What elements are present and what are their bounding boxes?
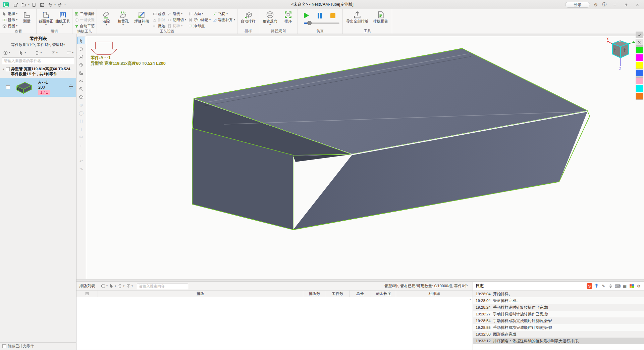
section-fix-button[interactable]: 截面修正▾	[38, 10, 54, 26]
start-point-button[interactable]: 起点	[152, 11, 166, 17]
new-window-button[interactable]	[12, 1, 19, 8]
nest-add-button[interactable]: ▾	[101, 283, 108, 289]
confirm-button[interactable]	[636, 32, 643, 38]
hide-finished-row[interactable]: 隐藏已排完零件	[0, 342, 76, 350]
export-all-nest-button[interactable]: 导出全部排版	[344, 10, 370, 24]
sim-slider-knob[interactable]	[307, 21, 312, 25]
pan-tool-button[interactable]	[77, 45, 85, 52]
sort-parts-button[interactable]: ▾	[66, 50, 73, 55]
login-button[interactable]: 登录	[565, 2, 590, 8]
select-button[interactable]: 选择▾	[2, 11, 18, 17]
display-button[interactable]: 显示▾	[2, 17, 18, 23]
nest-select-button[interactable]: ▾	[109, 283, 116, 289]
edit-2d-button[interactable]: 二维编辑	[74, 11, 95, 17]
part-3d-model[interactable]	[86, 36, 644, 279]
nest-move-top-button[interactable]: ▾	[126, 283, 133, 289]
micro-joint-button[interactable]: 微连	[152, 23, 166, 29]
tube-reverse-button[interactable]: 整管反向▾	[261, 10, 279, 26]
cooling-point-button[interactable]: 冷却点	[187, 23, 211, 29]
undo-caret-icon[interactable]: ▾	[54, 3, 56, 6]
sim-speed-slider[interactable]	[304, 23, 339, 24]
fly-cut-button[interactable]: 飞切▾	[212, 11, 236, 17]
sim-play-button[interactable]	[304, 12, 309, 18]
log-entry[interactable]: 19:28:04管材排样完成。	[473, 297, 644, 304]
color-swatch-orange[interactable]	[636, 93, 643, 100]
mic-icon[interactable]	[608, 283, 613, 289]
add-part-button[interactable]: ▾	[3, 50, 10, 55]
handwrite-icon[interactable]: ✎	[601, 283, 606, 289]
open-file-caret-icon[interactable]: ▾	[28, 3, 30, 6]
color-swatch-blue[interactable]	[636, 70, 643, 77]
select-tool-button[interactable]	[77, 37, 85, 44]
panel-icon[interactable]: ▦	[622, 283, 628, 289]
chinese-mode-icon[interactable]: 中	[594, 283, 599, 289]
part-list-item[interactable]: A - -1 200 1 / 1	[0, 78, 76, 97]
app-logo-icon[interactable]	[3, 2, 9, 7]
keyboard-icon[interactable]: ⌨	[615, 283, 621, 289]
log-entry[interactable]: 19:28:55手动排样成功完成顺时针旋转操作!	[473, 324, 644, 331]
sim-pause-button[interactable]	[318, 13, 322, 18]
log-entry[interactable]: 19:32:30图形保存完成	[473, 331, 644, 338]
view-cube[interactable]: X Z	[604, 36, 638, 71]
move-top-button[interactable]: ▾	[51, 50, 58, 55]
view-menu-button[interactable]: 视图▾	[2, 23, 18, 29]
lead-line-button[interactable]: 引线▾	[167, 11, 187, 17]
sogou-icon[interactable]: S	[587, 283, 592, 289]
zoom-extents-button[interactable]	[77, 61, 85, 69]
clear-button[interactable]: 清除▾	[98, 10, 114, 26]
parts-search-input[interactable]	[2, 57, 74, 64]
save-button[interactable]	[38, 1, 46, 8]
nest-table-body[interactable]: ▲	[76, 297, 473, 350]
settings-gear-icon[interactable]: ⚙	[593, 2, 599, 7]
close-button[interactable]	[633, 1, 642, 8]
part-checkbox[interactable]	[6, 85, 10, 89]
minimize-button[interactable]	[610, 1, 619, 8]
direction-button[interactable]: 方向▾	[187, 11, 211, 17]
weld-compensation-button[interactable]: 焊缝补偿▾	[132, 10, 151, 26]
color-swatch-yellow[interactable]	[636, 62, 643, 69]
measure-tool-button[interactable]	[77, 69, 85, 77]
log-entry[interactable]: 19:28:04开始排样。	[473, 291, 644, 297]
undo-button[interactable]	[46, 1, 54, 8]
group-checkbox[interactable]	[6, 67, 10, 71]
log-entry[interactable]: 19:28:24手动排样逆时针旋转操作已完成!	[473, 304, 644, 311]
measure-button[interactable]: 测量	[19, 10, 35, 24]
color-swatch-pink[interactable]	[636, 77, 643, 84]
select-all-cell[interactable]	[76, 291, 98, 297]
sim-stop-button[interactable]	[330, 13, 335, 18]
nest-report-button[interactable]: 排版报告	[371, 10, 390, 24]
delete-part-button[interactable]: ▾	[35, 50, 42, 55]
color-swatch-magenta[interactable]	[636, 54, 643, 61]
viewport-canvas[interactable]: 零件:A - -1 异型管 宽度119.81x高度60 T0.524 L200	[86, 36, 644, 279]
log-entry[interactable]: 19:28:27手动排样逆时针旋转操作已完成!	[473, 311, 644, 317]
expander-icon[interactable]: ▸	[2, 68, 5, 71]
nest-search-input[interactable]	[137, 283, 188, 289]
zoom-in-tool-button[interactable]	[77, 85, 85, 93]
view-3d-button[interactable]	[77, 93, 85, 101]
tube-view-button[interactable]	[77, 77, 85, 85]
select-part-button[interactable]: ▾	[19, 50, 26, 55]
ime-settings-icon[interactable]: ⚙	[636, 283, 642, 289]
move-part-icon[interactable]	[68, 84, 73, 90]
log-entry[interactable]: 19:28:54手动排样成功完成顺时针旋转操作!	[473, 317, 644, 324]
center-mark-button[interactable]: 寻中标记▾	[187, 17, 211, 23]
skin-grid-icon[interactable]	[629, 283, 635, 289]
restore-button[interactable]	[622, 1, 630, 8]
curve-tools-button[interactable]: 曲线工具▾	[55, 10, 71, 26]
scroll-up-icon[interactable]: ▲	[469, 298, 472, 301]
color-swatch-green[interactable]	[636, 46, 643, 53]
sort-button[interactable]: 排序	[280, 10, 296, 24]
part-group-node[interactable]: ▸ 异型管 宽度119.81x高度60 T0.524 零件数量1/1个，共1种零…	[0, 65, 76, 78]
auto-process-button[interactable]: 自动工艺	[74, 23, 95, 29]
pierce-hole-button[interactable]: 相贯孔▾	[115, 10, 131, 26]
yin-yang-cut-button[interactable]: 阴阳切▾	[167, 17, 187, 23]
info-icon[interactable]: ⓘ	[601, 2, 607, 8]
new-file-button[interactable]	[30, 1, 38, 8]
log-entry-selected[interactable]: 19:33:12排序策略：依据送料轴的值从最小到最大进行排序。	[473, 338, 644, 344]
open-file-button[interactable]	[20, 1, 28, 8]
auto-nest-button[interactable]: 自动排样	[239, 10, 258, 24]
cancel-button[interactable]	[636, 39, 643, 46]
horizontal-splitter[interactable]	[76, 279, 644, 282]
nest-delete-button[interactable]: ▾	[117, 283, 124, 289]
end-face-align-button[interactable]: 端面补齐▾	[212, 17, 236, 23]
